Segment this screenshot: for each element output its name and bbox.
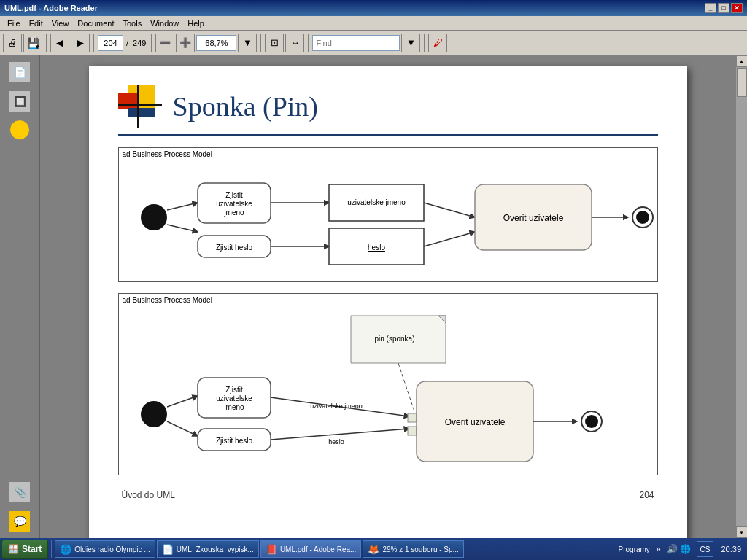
zoom-out-button[interactable]: ➖ [155,34,174,52]
footer-left: Úvod do UML [122,490,175,500]
footer-right: 204 [639,490,654,500]
start-node [141,204,167,230]
overit2-label: Overit uzivatele [444,417,505,427]
diagram-2-label: ad Business Process Model [123,296,212,304]
taskbar-label-3: UML.pdf - Adobe Rea... [280,545,357,553]
end-inner [636,211,649,224]
separator-6 [424,34,425,52]
menu-tools[interactable]: Tools [119,18,147,29]
zjistit2-label3: jmeno [223,403,244,411]
forward-button[interactable]: ▶ [71,34,90,52]
diagram-1-svg: Zjistit uzivatelske jmeno Zjistit heslo … [125,163,672,276]
find-dropdown[interactable]: ▼ [401,34,420,52]
pin-label-heslo: heslo [328,438,344,446]
scroll-up-button[interactable]: ▲ [736,55,748,67]
tray-network-icon: 🔊 [667,544,678,554]
zjistit-label2: uzivatelske [216,200,252,208]
window-controls[interactable]: _ □ ✕ [705,3,743,13]
toolbar: 🖨 💾 ▼ ◀ ▶ / 249 ➖ ➕ ▼ ⊡ ↔ ▼ 🖊 [0,31,747,55]
sidebar-icon-clip[interactable]: 📎 [9,481,31,503]
arrow2-start-zjistit [167,396,198,407]
minimize-button[interactable]: _ [705,3,716,13]
start-icon: 🪟 [8,544,19,554]
right-scrollbar[interactable]: ▲ ▼ [735,55,747,538]
find-input[interactable] [312,35,400,51]
menu-edit[interactable]: Edit [25,18,47,29]
menu-view[interactable]: View [47,18,74,29]
taskbar: 🪟 Start 🌐 Oldies radio Olympic ... 📄 UML… [0,538,747,560]
close-button[interactable]: ✕ [731,3,743,13]
taskbar-item-3[interactable]: 📕 UML.pdf - Adobe Rea... [260,540,362,558]
page-title: Sponka (Pin) [173,90,319,122]
sidebar-icon-help[interactable]: ? [9,120,30,140]
menu-bar: File Edit View Document Tools Window Hel… [0,16,747,31]
sign-button[interactable]: 🖊 [428,34,447,52]
zjistit-label3: jmeno [223,209,244,217]
end2-inner [585,415,598,428]
sidebar-icon-page[interactable]: 📄 [9,61,31,83]
language-button[interactable]: CS [697,541,714,557]
taskbar-item-2[interactable]: 📄 UML_Zkouska_vypisk... [157,540,259,558]
main-layout: 📄 🔲 ? 📎 💬 Sponka (Pin) ad Bu [0,55,747,538]
taskbar-tray: Programy » 🔊 🌐 CS 20:39 [616,541,746,557]
start-label: Start [22,544,42,554]
pin-rect-2 [408,427,417,435]
tray-icons: 🔊 🌐 [664,544,694,554]
zoom-input[interactable] [196,35,236,51]
menu-document[interactable]: Document [73,18,118,29]
menu-window[interactable]: Window [146,18,183,29]
taskbar-item-1[interactable]: 🌐 Oldies radio Olympic ... [55,540,155,558]
save-button[interactable]: 💾 ▼ [23,34,42,52]
heslo-label: heslo [368,244,385,252]
taskbar-label-1: Oldies radio Olympic ... [74,545,150,553]
clock: 20:39 [716,545,746,553]
page-header: Sponka (Pin) [118,85,658,136]
pdf-page: Sponka (Pin) ad Business Process Model Z… [89,66,687,538]
zoom-in-button[interactable]: ➕ [176,34,195,52]
start-button[interactable]: 🪟 Start [1,540,48,559]
taskbar-sep-1 [51,540,52,558]
arrow2-start-heslo [167,421,198,436]
pin-label: pin (sponka) [374,335,414,343]
tray-programs: Programy [616,545,653,553]
taskbar-item-4[interactable]: 🦊 29% z 1 souboru - Sp... [363,540,464,558]
tray-volume-icon: 🌐 [680,544,691,554]
content-area[interactable]: Sponka (Pin) ad Business Process Model Z… [40,55,735,538]
zoom-dropdown[interactable]: ▼ [238,34,257,52]
scroll-down-button[interactable]: ▼ [736,526,748,538]
diagram-1: ad Business Process Model Zjistit uzivat… [118,147,658,282]
separator-5 [308,34,309,52]
taskbar-icon-3: 📕 [266,544,277,555]
separator-4 [260,34,261,52]
page-number-input[interactable] [98,35,123,51]
zjistit2-label2: uzivatelske [216,394,252,402]
taskbar-label-2: UML_Zkouska_vypisk... [177,545,254,553]
diagram-2-svg: pin (sponka) Zjistit uzivatelske jmeno [125,308,672,469]
tray-overflow[interactable]: » [656,544,661,554]
back-button[interactable]: ◀ [50,34,69,52]
menu-help[interactable]: Help [183,18,209,29]
arrow-to-overit-1 [424,203,475,217]
separator-2 [93,34,94,52]
menu-file[interactable]: File [3,18,25,29]
page-separator: / [125,39,130,47]
print-button[interactable]: 🖨 [3,34,22,52]
maximize-button[interactable]: □ [718,3,729,13]
taskbar-label-4: 29% z 1 souboru - Sp... [382,545,459,553]
window-title: UML.pdf - Adobe Reader [4,4,98,12]
sidebar-icon-comment[interactable]: 💬 [9,510,31,532]
scroll-thumb[interactable] [737,68,747,97]
zjistit-heslo2-label: Zjistit heslo [215,437,252,445]
zjistit2-label1: Zjistit [225,386,243,394]
arrow-start-zjistit [167,203,198,210]
fit-page-button[interactable]: ⊡ [265,34,284,52]
fit-width-button[interactable]: ↔ [285,34,304,52]
taskbar-icon-1: 🌐 [60,544,71,555]
overit-label: Overit uzivatele [503,213,563,223]
logo [118,85,162,128]
arrow-start-heslo [167,225,198,232]
taskbar-icon-4: 🦊 [368,544,379,555]
sidebar-icon-layers[interactable]: 🔲 [9,90,31,112]
page-total: 249 [131,39,147,47]
scroll-track[interactable] [736,67,748,526]
